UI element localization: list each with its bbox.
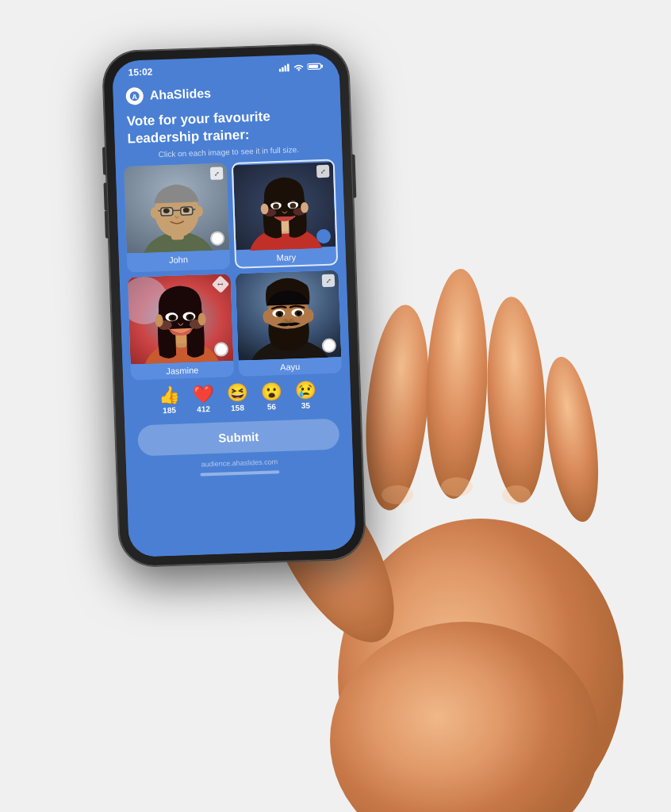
- svg-point-2: [359, 302, 436, 513]
- svg-point-9: [502, 485, 531, 504]
- candidate-card-jasmine[interactable]: ⤢ Jasmine: [128, 274, 234, 380]
- svg-point-3: [423, 268, 491, 500]
- candidates-grid: ⤢ John: [116, 159, 350, 381]
- svg-rect-13: [287, 63, 289, 71]
- phone-screen: 15:02: [112, 53, 356, 557]
- phone-device: 15:02: [102, 44, 366, 567]
- svg-point-8: [441, 477, 473, 496]
- reaction-heart[interactable]: ❤️ 412: [192, 385, 214, 414]
- candidate-image-mary: ⤢: [233, 161, 336, 251]
- sad-emoji: 😢: [294, 382, 316, 400]
- reaction-wow[interactable]: 😮 56: [260, 383, 282, 412]
- svg-point-4: [482, 295, 550, 504]
- reaction-thumbsup[interactable]: 👍 185: [158, 387, 180, 416]
- svg-text:A: A: [132, 93, 137, 101]
- status-icons: [278, 61, 323, 71]
- svg-rect-11: [282, 67, 284, 71]
- expand-icon-mary[interactable]: ⤢: [316, 165, 330, 178]
- reaction-sad[interactable]: 😢 35: [294, 382, 316, 411]
- candidate-card-john[interactable]: ⤢ John: [124, 163, 231, 272]
- thumbsup-emoji: 👍: [158, 387, 180, 405]
- app-content: A AhaSlides Vote for your favourite Lead…: [113, 74, 356, 557]
- sad-count: 35: [301, 401, 311, 410]
- candidate-image-jasmine: ⤢: [128, 274, 234, 364]
- heart-count: 412: [197, 404, 210, 414]
- svg-point-7: [382, 485, 413, 504]
- heart-emoji: ❤️: [192, 385, 214, 404]
- wow-emoji: 😮: [260, 383, 282, 401]
- wifi-icon: [293, 62, 304, 71]
- candidate-card-aayu[interactable]: ⤢ Aayu: [236, 270, 342, 377]
- svg-rect-17: [309, 64, 318, 67]
- phone-frame: 15:02: [102, 44, 366, 567]
- battery-icon: [307, 61, 323, 71]
- expand-icon-john[interactable]: ⤢: [210, 167, 224, 181]
- candidate-card-mary[interactable]: ⤢ Mary: [232, 159, 339, 269]
- submit-button[interactable]: Submit: [137, 419, 339, 457]
- signal-icon: [278, 63, 289, 71]
- candidate-image-aayu: ⤢: [236, 270, 342, 361]
- thumbsup-count: 185: [163, 406, 176, 416]
- svg-point-5: [537, 354, 608, 525]
- svg-rect-16: [321, 64, 323, 67]
- reaction-laugh[interactable]: 😆 158: [226, 385, 248, 413]
- app-logo: A: [125, 87, 144, 105]
- status-time: 15:02: [128, 66, 152, 78]
- candidate-image-john: ⤢: [124, 163, 230, 253]
- laugh-count: 158: [231, 404, 244, 413]
- scene: 15:02: [0, 0, 671, 812]
- expand-icon-aayu[interactable]: ⤢: [322, 274, 336, 288]
- wow-count: 56: [267, 402, 277, 411]
- svg-rect-10: [279, 68, 282, 71]
- app-name: AhaSlides: [149, 86, 211, 103]
- laugh-emoji: 😆: [226, 385, 248, 403]
- svg-rect-12: [284, 65, 286, 71]
